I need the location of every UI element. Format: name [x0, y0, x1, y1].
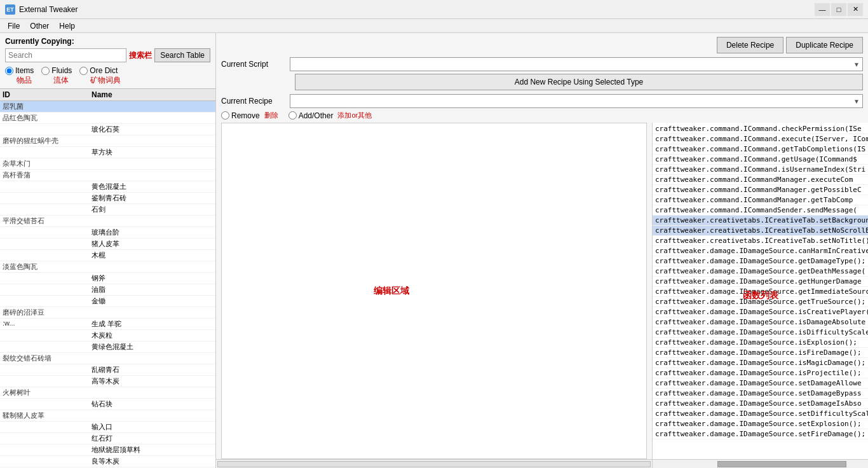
func-item[interactable]: crafttweaker.damage.IDamageSource.setExp… — [653, 419, 868, 429]
duplicate-recipe-button[interactable]: Duplicate Recipe — [786, 37, 863, 53]
table-row[interactable]: :w... 生成 羊驼 — [0, 319, 215, 330]
func-item[interactable]: crafttweaker.creativetabs.ICreativeTab.s… — [653, 216, 868, 226]
menu-file[interactable]: File — [3, 20, 25, 32]
menu-help[interactable]: Help — [54, 20, 80, 32]
table-row[interactable]: 黄绿色混凝土 — [0, 341, 215, 353]
search-table-button[interactable]: Search Table — [154, 48, 210, 62]
maximize-button[interactable]: □ — [831, 3, 846, 16]
table-row[interactable]: 钻石块 — [0, 399, 215, 410]
func-item[interactable]: crafttweaker.damage.IDamageSource.setDam… — [653, 389, 868, 399]
radio-addother[interactable]: Add/Other 添加or其他 — [288, 111, 372, 120]
table-row[interactable]: 玻化石英 — [0, 124, 215, 135]
table-row[interactable]: 品红色陶瓦 — [0, 113, 215, 124]
fluids-chinese: 流体 — [53, 75, 71, 86]
table-row[interactable]: 黄色混凝土 — [0, 181, 215, 193]
table-row[interactable]: 玻璃台阶 — [0, 227, 215, 238]
horizontal-scrollbar[interactable] — [216, 459, 652, 468]
func-item[interactable]: crafttweaker.damage.IDamageSource.getHun… — [653, 277, 868, 287]
func-item[interactable]: crafttweaker.command.ICommand.execute(IS… — [653, 134, 868, 144]
col-header-name: Name — [92, 90, 213, 99]
func-item[interactable]: crafttweaker.command.ICommand.getUsage(I… — [653, 155, 868, 165]
radio-oredict-input[interactable] — [79, 67, 88, 75]
table-row[interactable]: 猪人皮革 — [0, 238, 215, 250]
func-item[interactable]: crafttweaker.damage.IDamageSource.isProj… — [653, 368, 868, 378]
table-row[interactable]: 油脂 — [0, 284, 215, 296]
func-item[interactable]: crafttweaker.command.ICommand.getTabComp… — [653, 144, 868, 155]
func-item[interactable]: crafttweaker.damage.IDamageSource.getTru… — [653, 297, 868, 307]
func-item[interactable]: crafttweaker.damage.IDamageSource.isCrea… — [653, 307, 868, 317]
func-item[interactable]: crafttweaker.damage.IDamageSource.isDiff… — [653, 327, 868, 338]
func-item[interactable]: crafttweaker.command.ICommandManager.get… — [653, 195, 868, 205]
table-row[interactable]: 鞣制猪人皮革 — [0, 410, 215, 422]
minimize-button[interactable]: — — [815, 3, 830, 16]
row-id: :w... — [3, 319, 92, 329]
close-button[interactable]: ✕ — [848, 3, 863, 16]
menu-other[interactable]: Other — [25, 20, 54, 32]
table-row[interactable]: 良等木炭 — [0, 456, 215, 467]
row-name: 木棍 — [92, 251, 213, 260]
radio-addother-input[interactable] — [288, 111, 297, 120]
table-row[interactable]: 输入口 — [0, 422, 215, 433]
func-item[interactable]: crafttweaker.command.ICommand.checkPermi… — [653, 124, 868, 134]
row-id: 高杆香蒲 — [3, 170, 92, 180]
func-item[interactable]: crafttweaker.damage.IDamageSource.isMagi… — [653, 358, 868, 368]
function-list-scroll[interactable]: crafttweaker.command.ICommand.checkPermi… — [653, 123, 868, 459]
table-row[interactable]: 草方块 — [0, 147, 215, 158]
radio-remove[interactable]: Remove 删除 — [221, 111, 278, 120]
row-id — [3, 422, 92, 432]
table-row[interactable]: 红石灯 — [0, 433, 215, 444]
func-item[interactable]: crafttweaker.damage.IDamageSource.isFire… — [653, 348, 868, 358]
table-row[interactable]: 层乳菌 — [0, 101, 215, 113]
search-input[interactable] — [5, 48, 126, 62]
row-name: 金锄 — [92, 296, 213, 306]
radio-fluids-input[interactable] — [41, 67, 50, 75]
func-item[interactable]: crafttweaker.command.ICommand.isUsername… — [653, 165, 868, 175]
add-new-recipe-button[interactable]: Add New Recipe Using Selected Type — [295, 74, 863, 90]
table-row[interactable]: 高杆香蒲 — [0, 170, 215, 181]
current-script-combo[interactable]: ▼ — [290, 57, 863, 71]
func-item[interactable]: crafttweaker.damage.IDamageSource.isExpl… — [653, 338, 868, 348]
table-row[interactable]: 木炭粒 — [0, 330, 215, 341]
func-item[interactable]: crafttweaker.creativetabs.ICreativeTab.s… — [653, 226, 868, 236]
func-item[interactable]: crafttweaker.damage.IDamageSource.canHar… — [653, 246, 868, 256]
delete-recipe-button[interactable]: Delete Recipe — [717, 37, 783, 53]
radio-remove-input[interactable] — [221, 111, 229, 120]
table-row[interactable]: 平滑交错苔石 — [0, 216, 215, 227]
current-recipe-combo[interactable]: ▼ — [290, 94, 863, 108]
table-row[interactable]: 裂纹交错石砖墙 — [0, 353, 215, 364]
table-row[interactable]: 地狱烧层顶草料 — [0, 444, 215, 456]
func-item[interactable]: crafttweaker.damage.IDamageSource.setDam… — [653, 378, 868, 389]
radio-items[interactable]: Items — [5, 66, 34, 75]
table-row[interactable]: 钢斧 — [0, 273, 215, 284]
row-name: 草方块 — [92, 148, 213, 157]
table-row[interactable]: 磨碎的沼泽豆 — [0, 307, 215, 319]
table-row[interactable]: 木棍 — [0, 250, 215, 261]
func-item[interactable]: crafttweaker.damage.IDamageSource.setDif… — [653, 409, 868, 419]
func-item[interactable]: crafttweaker.command.ICommandManager.get… — [653, 185, 868, 195]
table-row[interactable]: 杂草木门 — [0, 158, 215, 170]
func-item[interactable]: crafttweaker.creativetabs.ICreativeTab.s… — [653, 236, 868, 246]
radio-items-input[interactable] — [5, 67, 13, 75]
table-row[interactable]: 乱砌青石 — [0, 364, 215, 376]
table-row[interactable]: 高等木炭 — [0, 376, 215, 387]
func-item[interactable]: crafttweaker.damage.IDamageSource.getDam… — [653, 256, 868, 266]
table-row[interactable]: 石剑 — [0, 204, 215, 216]
func-item[interactable]: crafttweaker.damage.IDamageSource.getImm… — [653, 287, 868, 297]
func-item[interactable]: crafttweaker.damage.IDamageSource.isDama… — [653, 317, 868, 327]
table-row[interactable]: 磨碎的猩红蜗牛壳 — [0, 135, 215, 147]
radio-fluids[interactable]: Fluids — [41, 66, 72, 75]
table-row[interactable]: 金锄 — [0, 296, 215, 307]
row-name: 磨碎的猩红蜗牛壳 — [3, 137, 58, 144]
radio-oredict[interactable]: Ore Dict — [79, 66, 118, 75]
func-item[interactable]: crafttweaker.command.ICommandSender.send… — [653, 205, 868, 216]
edit-area[interactable]: 编辑区域 — [221, 123, 647, 459]
func-item[interactable]: crafttweaker.damage.IDamageSource.setFir… — [653, 429, 868, 439]
table-row[interactable]: 火树树叶 — [0, 387, 215, 399]
func-horizontal-scrollbar[interactable] — [653, 459, 868, 468]
table-row[interactable]: 鉴制青石砖 — [0, 193, 215, 204]
func-item[interactable]: crafttweaker.damage.IDamageSource.getDea… — [653, 266, 868, 277]
table-row[interactable]: 淡蓝色陶瓦 — [0, 261, 215, 273]
func-item[interactable]: crafttweaker.command.ICommandManager.exe… — [653, 175, 868, 185]
func-item[interactable]: crafttweaker.damage.IDamageSource.setDam… — [653, 399, 868, 409]
item-table[interactable]: 层乳菌 品红色陶瓦 玻化石英 磨碎的猩红蜗牛壳 草方块 杂草木门 高杆香蒲 黄色… — [0, 101, 215, 468]
